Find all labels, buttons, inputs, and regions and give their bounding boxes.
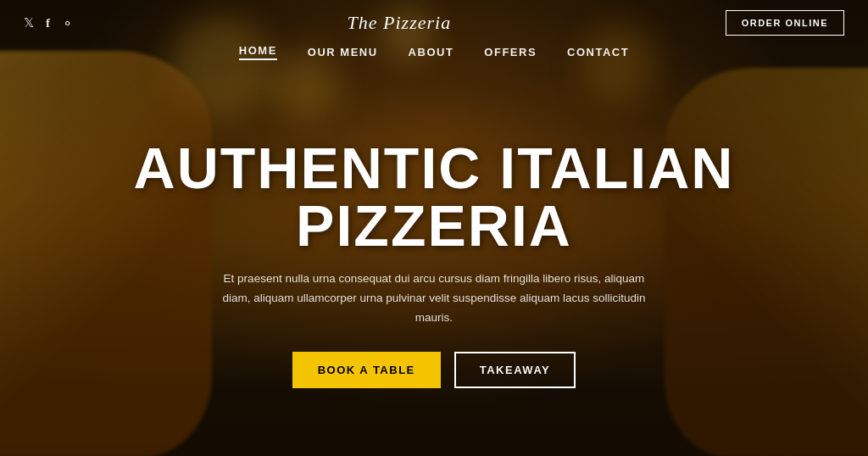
nav-link-about[interactable]: ABOUT: [409, 46, 454, 58]
navbar: 𝕏 f ⚬ The Pizzeria ORDER ONLINE HOME OUR…: [0, 0, 868, 65]
nav-link-home[interactable]: HOME: [239, 44, 277, 60]
order-online-button[interactable]: ORDER ONLINE: [726, 10, 844, 36]
nav-links: HOME OUR MENU ABOUT OFFERS CONTACT: [239, 44, 629, 65]
navbar-top: 𝕏 f ⚬ The Pizzeria ORDER ONLINE: [0, 10, 868, 44]
instagram-icon[interactable]: ⚬: [62, 15, 73, 31]
nav-link-contact[interactable]: CONTACT: [567, 46, 629, 58]
brand-title: The Pizzeria: [348, 12, 452, 34]
nav-link-offers[interactable]: OFFERS: [484, 46, 537, 58]
hero-section: 𝕏 f ⚬ The Pizzeria ORDER ONLINE HOME OUR…: [0, 0, 868, 456]
hero-subtitle: Et praesent nulla urna consequat dui arc…: [214, 270, 654, 328]
takeaway-button[interactable]: TAKEAWAY: [454, 352, 576, 388]
twitter-icon[interactable]: 𝕏: [24, 15, 34, 31]
hero-buttons: BOOK A TABLE TAKEAWAY: [17, 352, 851, 388]
social-icons: 𝕏 f ⚬: [24, 15, 73, 31]
book-table-button[interactable]: BOOK A TABLE: [292, 352, 441, 388]
nav-link-menu[interactable]: OUR MENU: [308, 46, 378, 58]
hero-content: AUTHENTIC ITALIAN PIZZERIA Et praesent n…: [0, 139, 868, 388]
facebook-icon[interactable]: f: [46, 16, 50, 31]
hero-title: AUTHENTIC ITALIAN PIZZERIA: [17, 139, 851, 254]
